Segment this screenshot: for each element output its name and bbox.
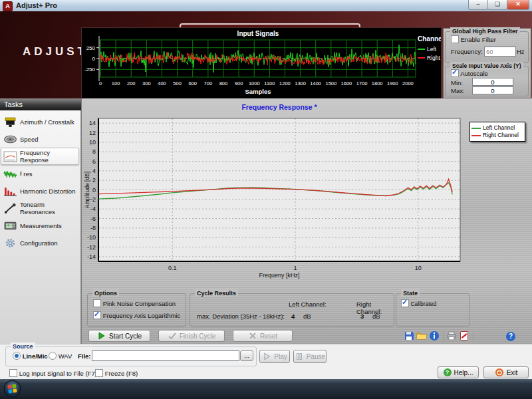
radio-icon[interactable] — [13, 352, 21, 360]
radio-icon[interactable] — [49, 352, 57, 360]
checkbox-icon[interactable] — [93, 311, 101, 319]
open-folder-icon[interactable] — [416, 331, 427, 341]
file-input[interactable] — [92, 350, 239, 361]
scope-icon — [3, 220, 17, 231]
log-axis-checkbox[interactable]: Frequency Axis Logarithmic — [93, 311, 180, 319]
min-label: Min: — [451, 79, 463, 86]
max-input[interactable] — [472, 86, 513, 94]
svg-text:1500: 1500 — [325, 80, 336, 86]
pdf-export-icon[interactable] — [459, 331, 469, 341]
window-title: Adjust+ Pro — [16, 1, 57, 9]
pause-button[interactable]: Pause — [293, 350, 327, 363]
sidebar-item-harmonic-distortion[interactable]: Harmonic Distortion — [1, 182, 79, 200]
checkbox-icon[interactable] — [451, 69, 459, 77]
svg-text:400: 400 — [158, 80, 166, 86]
sidebar-item-label: Harmonic Distortion — [20, 188, 75, 195]
svg-text:12: 12 — [89, 130, 96, 136]
checkbox-icon[interactable] — [9, 369, 17, 377]
autoscale-checkbox[interactable]: Autoscale — [451, 69, 488, 77]
help-green-icon: ? — [444, 368, 452, 376]
svg-text:900: 900 — [235, 80, 243, 86]
start-cycle-button[interactable]: Start Cycle — [88, 330, 150, 342]
max-label: Max: — [451, 87, 465, 94]
enable-filter-checkbox[interactable]: Enable Filter — [451, 35, 496, 43]
browse-button[interactable]: ... — [240, 350, 253, 361]
svg-text:100: 100 — [112, 80, 120, 86]
help-question-icon[interactable]: ? — [506, 332, 515, 341]
svg-text:2: 2 — [92, 177, 96, 184]
right-channel-swatch — [471, 135, 481, 136]
svg-text:0: 0 — [99, 80, 102, 86]
sidebar-item-label: Measurements — [20, 222, 62, 229]
sidebar-item-speed[interactable]: Speed — [1, 130, 79, 148]
calibrated-checkbox[interactable]: Calibrated — [401, 299, 436, 307]
checkbox-icon[interactable] — [93, 299, 101, 307]
windows-start-orb[interactable] — [3, 380, 21, 398]
right-deviation-value: 3 — [360, 313, 364, 320]
svg-text:1100: 1100 — [264, 80, 275, 86]
global-high-pass-filter-group: Global High Pass Filter Enable Filter Fr… — [445, 31, 529, 63]
input-signals-chart: Input Signals2500-2500100200300400500600… — [82, 28, 441, 98]
pause-icon — [295, 352, 304, 361]
svg-text:Frequeny [kHz]: Frequeny [kHz] — [259, 272, 299, 279]
checkbox-icon[interactable] — [451, 35, 459, 43]
sidebar-item-tonearm-resonances[interactable]: Tonearm Resonances — [1, 200, 79, 217]
print-icon[interactable] — [446, 331, 457, 341]
windows-taskbar: A⊕ SV ▲ 15:45 2011-04-03 — [0, 379, 532, 399]
freeze-checkbox[interactable]: Freeze (F8) — [95, 369, 138, 377]
help-button[interactable]: ? Help... — [438, 366, 479, 378]
wav-radio[interactable]: WAV — [49, 352, 72, 360]
sidebar-item-label: f res — [20, 170, 32, 178]
minimize-button[interactable]: – — [468, 0, 488, 10]
info-icon[interactable] — [429, 331, 440, 341]
left-deviation-value: 4 — [291, 313, 295, 320]
checkbox-icon[interactable] — [95, 369, 103, 377]
svg-text:800: 800 — [219, 80, 228, 86]
platter-icon — [3, 134, 17, 145]
restore-button[interactable]: ❏ — [487, 0, 507, 10]
reset-button[interactable]: Reset — [233, 330, 293, 342]
task-list: Azimuth / CrosstalkSpeedFrequency Respon… — [0, 110, 81, 344]
sidebar-item-label: Tonearm Resonances — [20, 201, 78, 215]
svg-text:Input Signals: Input Signals — [237, 30, 279, 37]
frequency-response-chart: -14-12-10-8-6-4-2024681012140.1110Amplit… — [84, 113, 532, 279]
bottom-bar: Source Line/Mic WAV File: ... Play Pause… — [0, 344, 532, 379]
sidebar-item-configuration[interactable]: Configuration — [1, 234, 79, 251]
frequency-input[interactable] — [484, 47, 516, 57]
svg-text:1300: 1300 — [295, 80, 306, 86]
finish-cycle-button[interactable]: Finish Cycle — [158, 330, 225, 342]
power-exit-icon — [495, 368, 504, 377]
sidebar-item-azimuth-crosstalk[interactable]: Azimuth / Crosstalk — [1, 113, 79, 130]
waveform-icon — [3, 168, 17, 180]
tasks-header: Tasks — [0, 98, 81, 110]
sidebar-item-f-res[interactable]: f res — [1, 165, 79, 182]
close-button[interactable]: ✕ — [507, 0, 529, 10]
pink-noise-checkbox[interactable]: Pink Noise Compensation — [93, 299, 176, 307]
svg-text:0: 0 — [92, 56, 96, 62]
log-signal-checkbox[interactable]: Log Input Signal to File (F7) — [9, 369, 97, 377]
sidebar-item-label: Speed — [20, 136, 38, 143]
svg-text:Right: Right — [427, 55, 440, 61]
source-group: Source Line/Mic WAV File: ... — [5, 346, 257, 366]
sidebar-item-label: Azimuth / Crosstalk — [20, 118, 74, 126]
svg-text:700: 700 — [204, 80, 213, 86]
window-titlebar[interactable]: A Adjust+ Pro – ❏ ✕ — [0, 0, 532, 12]
sidebar-item-label: Frequency Response — [20, 149, 78, 164]
line-mic-radio[interactable]: Line/Mic — [13, 352, 48, 360]
frequency-unit: Hz — [517, 48, 525, 55]
checkbox-icon[interactable] — [401, 299, 409, 307]
left-deviation-unit: dB — [303, 313, 311, 320]
exit-button[interactable]: Exit — [483, 366, 529, 378]
save-icon[interactable] — [404, 331, 414, 341]
sidebar-item-measurements[interactable]: Measurements — [1, 217, 79, 234]
svg-text:1400: 1400 — [310, 80, 321, 86]
sidebar-item-frequency-response[interactable]: Frequency Response — [1, 148, 79, 165]
play-button[interactable]: Play — [259, 350, 290, 363]
svg-text:600: 600 — [188, 80, 197, 86]
svg-text:-8: -8 — [90, 225, 96, 231]
svg-text:Left: Left — [427, 46, 437, 53]
svg-text:Samples: Samples — [245, 88, 271, 95]
svg-text:0.1: 0.1 — [168, 265, 177, 271]
svg-text:8: 8 — [92, 148, 96, 155]
min-input[interactable] — [472, 78, 513, 86]
